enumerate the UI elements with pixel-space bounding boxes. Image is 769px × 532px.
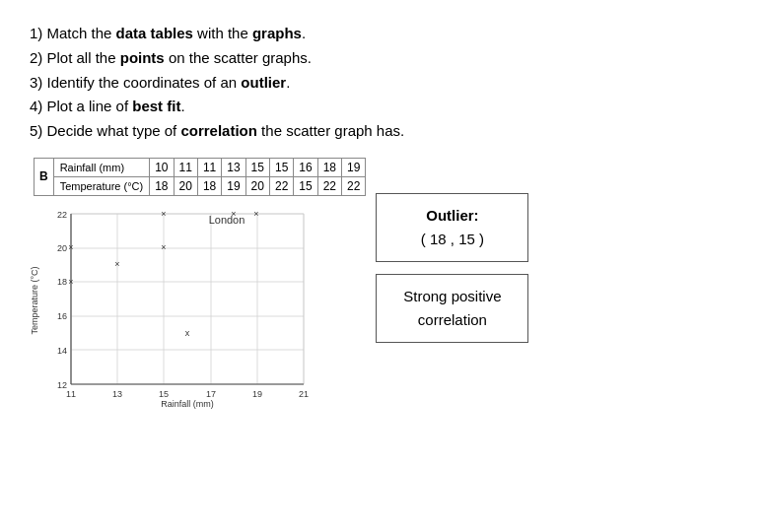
y-tick-22: 22 xyxy=(57,210,67,220)
y-tick-20: 20 xyxy=(57,243,67,253)
correlation-box: Strong positive correlation xyxy=(376,274,528,343)
table-header-row: B Rainfall (mm) 10 11 11 13 15 15 16 18 … xyxy=(35,158,366,176)
chart-container: 11 13 15 17 19 21 12 14 16 18 20 22 Lond… xyxy=(30,202,315,409)
x-tick-15: 15 xyxy=(159,389,169,399)
point-19-22: × xyxy=(253,209,258,219)
rainfall-val-2: 11 xyxy=(174,158,197,176)
rainfall-val-5: 15 xyxy=(245,158,269,176)
bold-graphs: graphs xyxy=(252,25,302,41)
y-tick-16: 16 xyxy=(57,311,67,321)
chart-title: London xyxy=(209,214,245,226)
outlier-box: Outlier: ( 18 , 15 ) xyxy=(376,193,528,262)
y-tick-12: 12 xyxy=(57,380,67,390)
temp-val-3: 18 xyxy=(197,176,221,195)
svg-rect-0 xyxy=(71,214,304,384)
y-tick-14: 14 xyxy=(57,346,67,356)
rainfall-val-7: 16 xyxy=(294,158,317,176)
temp-val-1: 18 xyxy=(150,176,174,195)
bold-points: points xyxy=(120,49,165,66)
x-tick-21: 21 xyxy=(299,389,309,399)
data-table: B Rainfall (mm) 10 11 11 13 15 15 16 18 … xyxy=(34,158,366,196)
left-panel: B Rainfall (mm) 10 11 11 13 15 15 16 18 … xyxy=(30,158,366,409)
row-b-label: B xyxy=(35,158,54,195)
correlation-line2: correlation xyxy=(394,308,510,332)
point-11-20: × xyxy=(68,242,73,252)
temp-val-2: 20 xyxy=(174,176,197,195)
temp-val-7: 15 xyxy=(294,176,317,195)
bold-outlier: outlier xyxy=(241,74,286,91)
outlier-title: Outlier: xyxy=(394,204,510,228)
temp-val-9: 22 xyxy=(342,176,366,195)
point-11-18: × xyxy=(68,277,73,287)
rainfall-val-1: 10 xyxy=(150,158,174,176)
correlation-line1: Strong positive xyxy=(394,285,510,308)
x-tick-13: 13 xyxy=(112,389,122,399)
rainfall-val-9: 19 xyxy=(342,158,366,176)
rainfall-label: Rainfall (mm) xyxy=(53,158,149,176)
point-18-22: × xyxy=(231,209,236,219)
instruction-3: 3) Identify the coordinates of an outlie… xyxy=(30,71,739,96)
bold-best-fit: best fit xyxy=(132,98,180,114)
temp-val-4: 19 xyxy=(222,176,245,195)
temp-label: Temperature (°C) xyxy=(53,176,149,195)
point-16-15-outlier: x xyxy=(185,328,190,338)
y-tick-18: 18 xyxy=(57,277,67,287)
instructions-block: 1) Match the data tables with the graphs… xyxy=(30,22,739,144)
content-area: B Rainfall (mm) 10 11 11 13 15 15 16 18 … xyxy=(30,158,739,409)
instruction-2: 2) Plot all the points on the scatter gr… xyxy=(30,46,739,71)
x-tick-11: 11 xyxy=(66,389,76,399)
right-panel: Outlier: ( 18 , 15 ) Strong positive cor… xyxy=(376,193,528,343)
x-tick-19: 19 xyxy=(252,389,262,399)
instruction-1: 1) Match the data tables with the graphs… xyxy=(30,22,739,46)
temp-val-8: 22 xyxy=(317,176,341,195)
x-tick-17: 17 xyxy=(206,389,216,399)
scatter-chart: 11 13 15 17 19 21 12 14 16 18 20 22 Lond… xyxy=(30,202,315,409)
bold-correlation: correlation xyxy=(180,122,257,139)
bold-data-tables: data tables xyxy=(116,25,193,41)
x-axis-label: Rainfall (mm) xyxy=(161,399,214,409)
point-15-22: × xyxy=(161,209,166,219)
rainfall-val-3: 11 xyxy=(197,158,221,176)
instruction-5: 5) Decide what type of correlation the s… xyxy=(30,119,739,144)
table-temp-row: Temperature (°C) 18 20 18 19 20 22 15 22… xyxy=(35,176,366,195)
point-15-20: × xyxy=(161,242,166,252)
rainfall-val-4: 13 xyxy=(222,158,245,176)
temp-val-5: 20 xyxy=(245,176,269,195)
rainfall-val-6: 15 xyxy=(269,158,293,176)
y-axis-label: Temperature (°C) xyxy=(30,266,39,334)
temp-val-6: 22 xyxy=(269,176,293,195)
outlier-value: ( 18 , 15 ) xyxy=(394,228,510,251)
point-13-19: × xyxy=(114,259,119,269)
page: 1) Match the data tables with the graphs… xyxy=(0,0,769,532)
instruction-4: 4) Plot a line of best fit. xyxy=(30,95,739,119)
rainfall-val-8: 18 xyxy=(317,158,341,176)
